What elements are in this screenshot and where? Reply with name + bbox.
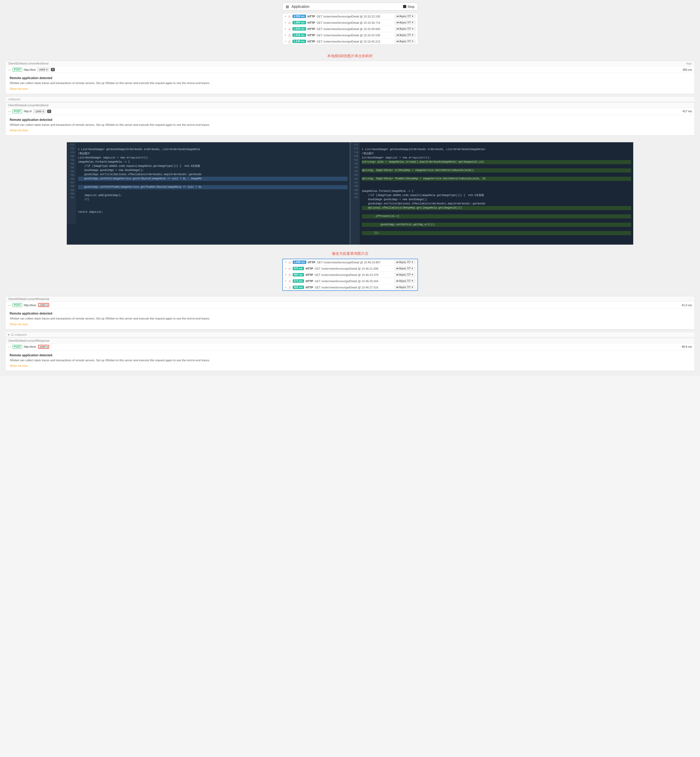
post-url-3: http://test- bbox=[24, 303, 36, 307]
top-http-panel: + ⚠ 2.059 ms HTTP GET /order/viewService… bbox=[282, 13, 418, 45]
time-badge-0: 2.059 ms bbox=[292, 15, 306, 18]
remote-detected-title-3: Remote application detected bbox=[9, 312, 691, 315]
bottom-plus-btn-1[interactable]: + bbox=[285, 267, 287, 271]
remote-detected-title-4: Remote application detected bbox=[9, 353, 691, 357]
bottom-http-row-3[interactable]: + ⚠ 673 ms HTTP GET /order/viewService/g… bbox=[283, 278, 417, 284]
bottom-plus-btn-0[interactable]: + bbox=[285, 261, 287, 264]
bottom-time-badge-3: 673 ms bbox=[293, 279, 304, 283]
async-badge-0[interactable]: ⇄ Async 7/7 ▼ bbox=[395, 14, 416, 18]
top-http-row-1[interactable]: + ⚠ 1.800 ms HTTP GET /order/viewService… bbox=[283, 20, 418, 26]
top-http-row-2[interactable]: + ⚠ 1.633 ms HTTP GET /order/viewService… bbox=[283, 26, 418, 32]
warning-icon-3: ⚠ bbox=[288, 33, 291, 37]
center-title-2: 修改为批量查询图片后 bbox=[0, 251, 700, 256]
time-badge-2: 1.633 ms bbox=[292, 27, 306, 31]
transaction-container-1: ClientSDefault.convertAndSend feign — PO… bbox=[5, 61, 695, 94]
bottom-transaction-2: ClientSDefault.convertResponse — POST ht… bbox=[5, 338, 695, 371]
domain-badge-1: .com/ ∨ bbox=[37, 67, 49, 72]
top-http-row-4[interactable]: + ⚠ 1.630 ms HTTP GET /order/viewService… bbox=[283, 38, 418, 44]
remote-detected-desc-3: XRebel can collect stack traces and tran… bbox=[9, 316, 691, 321]
bottom-async-badge-0[interactable]: ⇄ Async 7/7 ▼ bbox=[394, 260, 416, 264]
bottom-method-label-0: HTTP bbox=[308, 261, 316, 264]
bottom-async-badge-2[interactable]: ⇄ Async 7/7 ▼ bbox=[394, 273, 416, 277]
time-right-4: 48.6 ms bbox=[682, 345, 692, 348]
bottom-transaction-method-1[interactable]: — POST http://test- .com/ ∨ 41.5 ms bbox=[5, 302, 695, 308]
bottom-async-badge-4[interactable]: ⇄ Async 7/7 ▼ bbox=[394, 285, 416, 289]
bottom-http-row-2[interactable]: + ⚠ 893 ms HTTP GET /order/viewService/g… bbox=[283, 272, 417, 278]
bottom-transaction-header-1: ClientSDefault.convertResponse ... bbox=[5, 296, 695, 302]
show-me-how-1[interactable]: Show me how bbox=[9, 87, 28, 90]
code-diff-container: 777778779780 781782783784 785786787788 7… bbox=[67, 142, 633, 245]
bottom-warning-icon-4: ⚠ bbox=[288, 286, 291, 289]
remote-detected-box-4: Remote application detected XRebel can c… bbox=[5, 350, 695, 371]
bottom-time-badge-2: 893 ms bbox=[293, 273, 304, 277]
transaction-header-text-2: ClientSDefault.convertAndSend bbox=[8, 104, 48, 107]
bottom-warning-icon-1: ⚠ bbox=[288, 267, 291, 271]
transaction-method-row-2[interactable]: — POST http://r .com/ ∨ 6 417 ms bbox=[5, 108, 695, 115]
warning-icon-2: ⚠ bbox=[288, 27, 291, 31]
bottom-plus-btn-3[interactable]: + bbox=[285, 279, 287, 283]
plus-btn-0[interactable]: + bbox=[284, 15, 286, 18]
collapsed-label-1: collapsed bbox=[5, 97, 695, 102]
bottom-plus-btn-4[interactable]: + bbox=[285, 286, 287, 289]
bottom-method-label-3: HTTP bbox=[306, 280, 313, 283]
show-me-how-3[interactable]: Show me how bbox=[9, 323, 28, 326]
domain-badge-3: .com/ ∨ bbox=[38, 303, 49, 307]
async-badge-3[interactable]: ⇄ Async 7/7 ▼ bbox=[395, 33, 416, 37]
number-badge-1: 6 bbox=[51, 68, 55, 71]
stop-button[interactable]: Stop bbox=[403, 5, 414, 9]
bottom-transaction-1: ClientSDefault.convertResponse ... — POS… bbox=[5, 296, 695, 329]
expand-icon[interactable]: ▸ bbox=[8, 333, 9, 336]
stop-label: Stop bbox=[408, 5, 414, 9]
bottom-warning-icon-3: ⚠ bbox=[288, 279, 291, 283]
bottom-method-label-4: HTTP bbox=[306, 286, 313, 289]
warning-icon-1: ⚠ bbox=[288, 21, 291, 25]
url-text-3: GET /order/viewService/getDetail @ 15:10… bbox=[317, 34, 393, 37]
bottom-url-text-3: GET /order/viewService/getDetail @ 15:46… bbox=[315, 280, 393, 283]
minus-icon-3: — bbox=[8, 303, 11, 307]
plus-btn-3[interactable]: + bbox=[284, 33, 286, 37]
code-panel-right: 777778779780 781782783784 785786787788 7… bbox=[351, 142, 633, 245]
plus-btn-2[interactable]: + bbox=[284, 27, 286, 31]
post-url-4: http://test- bbox=[24, 345, 36, 348]
plus-btn-4[interactable]: + bbox=[284, 40, 286, 43]
method-label-0: HTTP bbox=[308, 15, 315, 18]
time-badge-4: 1.630 ms bbox=[292, 40, 306, 43]
remote-detected-box-2: Remote application detected XRebel can c… bbox=[5, 115, 695, 136]
bottom-transaction-method-2[interactable]: — POST http://test- .com/ ∨ 48.6 ms bbox=[5, 344, 695, 350]
top-http-row-3[interactable]: + ⚠ 1.618 ms HTTP GET /order/viewService… bbox=[283, 32, 418, 38]
number-badge-2: 6 bbox=[47, 109, 52, 113]
show-me-how-2[interactable]: Show me how bbox=[9, 129, 28, 132]
feign-label: feign bbox=[686, 62, 692, 65]
async-badge-4[interactable]: ⇄ Async 7/7 ▼ bbox=[395, 39, 416, 43]
right-line-numbers: 777778779780 781782783784 785786787788 7… bbox=[351, 142, 360, 245]
post-url-2: http://r bbox=[24, 109, 32, 113]
left-code-lines: c List<GoodImage> getGoodImage(OrderGood… bbox=[76, 142, 350, 224]
bottom-http-row-1[interactable]: + ⚠ 975 ms HTTP GET /order/viewService/g… bbox=[283, 266, 417, 272]
time-badge-1: 1.800 ms bbox=[292, 21, 306, 24]
bottom-plus-btn-2[interactable]: + bbox=[285, 273, 287, 277]
url-text-2: GET /order/viewService/getDetail @ 15:10… bbox=[317, 27, 393, 31]
post-url-1: http://test bbox=[24, 68, 36, 71]
transaction-header-1: ClientSDefault.convertAndSend feign bbox=[5, 61, 695, 66]
remote-detected-box-1: Remote application detected XRebel can c… bbox=[5, 73, 695, 94]
bottom-method-label-1: HTTP bbox=[306, 267, 313, 270]
transaction-method-row-1[interactable]: — POST http://test .com/ ∨ 6 350 ms bbox=[5, 66, 695, 73]
bottom-http-row-0[interactable]: + ⚠ 1.068 ms HTTP GET /order/viewService… bbox=[283, 259, 417, 266]
time-right-1: 350 ms bbox=[683, 68, 692, 71]
app-bar: ▦ Application Stop bbox=[282, 3, 418, 11]
time-badge-3: 1.618 ms bbox=[292, 33, 306, 37]
bottom-async-badge-1[interactable]: ⇄ Async 7/7 ▼ bbox=[394, 266, 416, 271]
async-badge-2[interactable]: ⇄ Async 7/7 ▼ bbox=[395, 27, 416, 31]
bottom-url-text-2: GET /order/viewService/getDetail @ 15:46… bbox=[315, 273, 393, 277]
bottom-async-badge-3[interactable]: ⇄ Async 7/7 ▼ bbox=[394, 279, 416, 283]
show-me-how-4[interactable]: Show me how bbox=[9, 364, 28, 367]
bottom-http-row-4[interactable]: + ⚠ 920 ms HTTP GET /order/viewService/g… bbox=[283, 284, 417, 290]
plus-btn-1[interactable]: + bbox=[284, 21, 286, 25]
domain-badge-4: .com/ ∨ bbox=[38, 345, 49, 349]
domain-badge-2: .com/ ∨ bbox=[33, 109, 45, 113]
transaction-header-2: ClientSDefault.convertAndSend bbox=[5, 103, 695, 108]
top-http-row-0[interactable]: + ⚠ 2.059 ms HTTP GET /order/viewService… bbox=[283, 13, 418, 20]
async-badge-1[interactable]: ⇄ Async 7/7 ▼ bbox=[395, 20, 416, 25]
url-text-0: GET /order/viewService/getDetail @ 15:10… bbox=[317, 15, 393, 18]
right-code-lines: c List<GoodImage> getGoodImage(OrderGood… bbox=[360, 142, 633, 245]
